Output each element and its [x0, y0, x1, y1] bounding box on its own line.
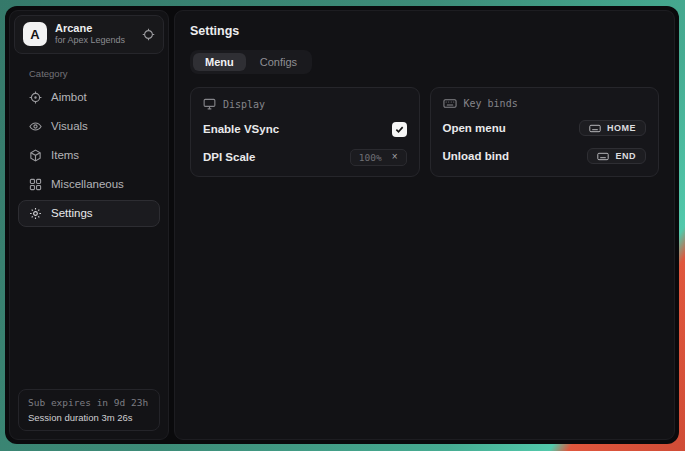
unload-bind-keybind-button[interactable]: END	[587, 148, 646, 164]
dpi-scale-input[interactable]: 100% ×	[350, 149, 407, 166]
keybinds-card: Key binds Open menu HOME	[430, 87, 660, 177]
session-duration-text: Session duration 3m 26s	[28, 412, 150, 423]
display-card-header: Display	[203, 98, 407, 110]
sidebar-item-visuals[interactable]: Visuals	[18, 113, 160, 140]
session-info-card: Sub expires in 9d 23h Session duration 3…	[18, 389, 160, 431]
desktop-background: A Arcane for Apex Legends Category	[0, 0, 685, 451]
app-logo: A	[23, 22, 47, 46]
app-window: A Arcane for Apex Legends Category	[5, 6, 679, 444]
sidebar-item-label: Settings	[51, 207, 93, 219]
keybinds-card-title: Key binds	[464, 98, 518, 109]
main-panel: Settings Menu Configs Display	[174, 10, 675, 440]
clear-icon[interactable]: ×	[392, 152, 398, 162]
display-card-title: Display	[223, 99, 265, 110]
profile-card: A Arcane for Apex Legends	[14, 15, 164, 54]
sidebar-item-label: Items	[51, 149, 79, 161]
profile-text: Arcane for Apex Legends	[55, 22, 125, 47]
tab-configs[interactable]: Configs	[248, 53, 309, 71]
app-subtitle: for Apex Legends	[55, 35, 125, 47]
setting-row-dpi: DPI Scale 100% ×	[203, 148, 407, 166]
keyboard-icon	[597, 152, 609, 161]
sidebar-item-miscellaneous[interactable]: Miscellaneous	[18, 171, 160, 198]
target-icon[interactable]	[142, 28, 155, 41]
unload-bind-label: Unload bind	[443, 150, 509, 162]
open-menu-key: HOME	[607, 123, 636, 133]
keyboard-icon	[589, 124, 601, 133]
keybinds-card-header: Key binds	[443, 98, 647, 109]
sidebar-item-settings[interactable]: Settings	[18, 200, 160, 227]
setting-row-open-menu: Open menu HOME	[443, 119, 647, 137]
sub-expiry-text: Sub expires in 9d 23h	[28, 397, 150, 408]
tab-menu[interactable]: Menu	[193, 53, 246, 71]
page-title: Settings	[190, 24, 659, 38]
settings-cards: Display Enable VSync DPI Scale	[190, 87, 659, 177]
setting-row-vsync: Enable VSync	[203, 120, 407, 138]
vsync-label: Enable VSync	[203, 123, 279, 135]
vsync-checkbox[interactable]	[392, 122, 407, 137]
keyboard-icon	[443, 98, 457, 109]
sidebar-item-label: Aimbot	[51, 91, 87, 103]
setting-row-unload-bind: Unload bind END	[443, 147, 647, 165]
sidebar-item-label: Miscellaneous	[51, 178, 124, 190]
grid-icon	[29, 178, 42, 191]
monitor-icon	[203, 98, 216, 110]
gear-icon	[29, 207, 42, 220]
cube-icon	[29, 149, 42, 162]
dpi-scale-value: 100%	[359, 152, 382, 163]
eye-icon	[29, 120, 42, 133]
crosshair-icon	[29, 91, 42, 104]
open-menu-keybind-button[interactable]: HOME	[579, 120, 646, 136]
unload-bind-key: END	[615, 151, 636, 161]
sidebar-nav: Aimbot Visuals	[10, 84, 168, 227]
app-name: Arcane	[55, 22, 125, 35]
category-label: Category	[29, 68, 168, 79]
tab-bar: Menu Configs	[190, 50, 312, 74]
sidebar-item-items[interactable]: Items	[18, 142, 160, 169]
dpi-label: DPI Scale	[203, 151, 255, 163]
display-card: Display Enable VSync DPI Scale	[190, 87, 420, 177]
sidebar-item-aimbot[interactable]: Aimbot	[18, 84, 160, 111]
sidebar-item-label: Visuals	[51, 120, 88, 132]
sidebar: A Arcane for Apex Legends Category	[9, 10, 169, 440]
open-menu-label: Open menu	[443, 122, 506, 134]
